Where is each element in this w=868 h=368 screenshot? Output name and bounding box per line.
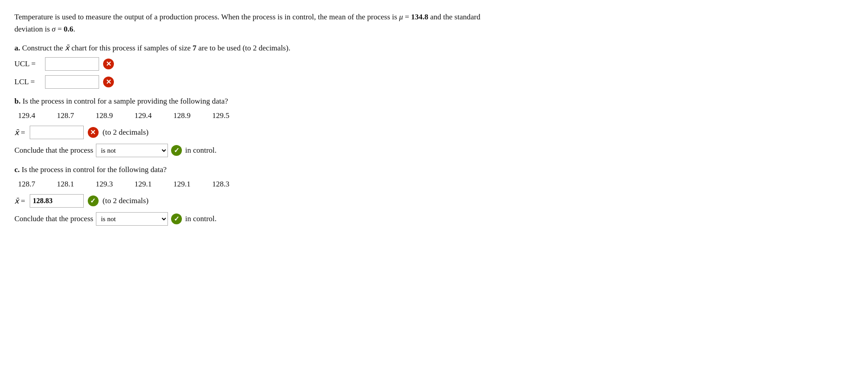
part-c-label: c. bbox=[14, 165, 20, 174]
part-b-xbar-error-icon: ✕ bbox=[87, 127, 99, 138]
part-a-section: a. Construct the x̄ chart for this proce… bbox=[14, 43, 854, 89]
part-c-val-3: 129.3 bbox=[96, 180, 113, 189]
part-b-val-2: 128.7 bbox=[57, 111, 74, 120]
part-b-conclude-check-icon: ✓ bbox=[171, 145, 182, 156]
lcl-input[interactable] bbox=[45, 75, 99, 89]
part-a-header: a. Construct the x̄ chart for this proce… bbox=[14, 43, 854, 53]
lcl-label: LCL = bbox=[14, 77, 41, 86]
lcl-error-icon: ✕ bbox=[103, 76, 114, 88]
part-a-description: Construct the x̄ chart for this process … bbox=[22, 44, 290, 52]
part-c-section: c. Is the process in control for the fol… bbox=[14, 165, 854, 226]
intro-paragraph: Temperature is used to measure the outpu… bbox=[14, 11, 690, 35]
ucl-label: UCL = bbox=[14, 59, 41, 68]
lcl-red-x: ✕ bbox=[103, 77, 114, 87]
part-c-val-2: 128.1 bbox=[57, 180, 74, 189]
part-c-xbar-label: x̄ = bbox=[14, 196, 25, 206]
part-b-conclude-row: Conclude that the process is not is ✓ in… bbox=[14, 144, 854, 157]
part-b-val-6: 129.5 bbox=[212, 111, 229, 120]
part-b-conclude-suffix: in control. bbox=[185, 146, 217, 155]
part-b-conclude-dropdown[interactable]: is not is bbox=[96, 144, 168, 157]
ucl-red-x: ✕ bbox=[103, 59, 114, 69]
ucl-row: UCL = ✕ bbox=[14, 57, 854, 71]
ucl-input[interactable] bbox=[45, 57, 99, 71]
part-b-xbar-label: x̄ = bbox=[14, 128, 25, 137]
part-c-xbar-check-icon: ✓ bbox=[87, 195, 99, 207]
part-b-val-1: 129.4 bbox=[18, 111, 35, 120]
part-c-conclude-prefix: Conclude that the process bbox=[14, 214, 93, 223]
part-b-val-5: 128.9 bbox=[173, 111, 190, 120]
part-b-val-4: 129.4 bbox=[135, 111, 152, 120]
part-b-conclude-prefix: Conclude that the process bbox=[14, 146, 93, 155]
part-c-val-6: 128.3 bbox=[212, 180, 229, 189]
part-b-val-3: 128.9 bbox=[96, 111, 113, 120]
part-b-green-check: ✓ bbox=[171, 145, 182, 156]
part-a-label: a. bbox=[14, 44, 20, 52]
part-b-red-x: ✕ bbox=[88, 127, 99, 138]
part-b-xbar-row: x̄ = ✕ (to 2 decimals) bbox=[14, 126, 854, 139]
part-c-conclude-row: Conclude that the process is not is ✓ in… bbox=[14, 212, 854, 226]
part-c-header: c. Is the process in control for the fol… bbox=[14, 165, 854, 174]
part-c-val-1: 128.7 bbox=[18, 180, 35, 189]
part-c-description: Is the process in control for the follow… bbox=[22, 165, 167, 174]
part-c-val-5: 129.1 bbox=[173, 180, 190, 189]
part-b-description: Is the process in control for a sample p… bbox=[23, 97, 228, 105]
ucl-error-icon: ✕ bbox=[103, 58, 114, 70]
part-c-green-check-xbar: ✓ bbox=[88, 195, 99, 206]
part-c-green-check-conclude: ✓ bbox=[171, 214, 182, 224]
part-b-label: b. bbox=[14, 97, 21, 105]
intro-line2: deviation is σ = 0.6. bbox=[14, 25, 75, 33]
lcl-row: LCL = ✕ bbox=[14, 75, 854, 89]
part-c-conclude-suffix: in control. bbox=[185, 214, 217, 223]
part-c-val-4: 129.1 bbox=[135, 180, 152, 189]
part-b-data-values: 129.4 128.7 128.9 129.4 128.9 129.5 bbox=[18, 111, 854, 120]
part-c-conclude-check-icon: ✓ bbox=[171, 213, 182, 225]
part-c-conclude-dropdown[interactable]: is not is bbox=[96, 212, 168, 226]
part-c-xbar-input[interactable] bbox=[30, 194, 84, 208]
part-b-section: b. Is the process in control for a sampl… bbox=[14, 97, 854, 157]
part-c-decimals-note: (to 2 decimals) bbox=[103, 196, 149, 205]
intro-line1: Temperature is used to measure the outpu… bbox=[14, 13, 480, 21]
part-b-xbar-input[interactable] bbox=[30, 126, 84, 139]
part-c-xbar-row: x̄ = ✓ (to 2 decimals) bbox=[14, 194, 854, 208]
part-c-data-values: 128.7 128.1 129.3 129.1 129.1 128.3 bbox=[18, 180, 854, 189]
part-b-decimals-note: (to 2 decimals) bbox=[103, 128, 149, 137]
part-b-header: b. Is the process in control for a sampl… bbox=[14, 97, 854, 106]
